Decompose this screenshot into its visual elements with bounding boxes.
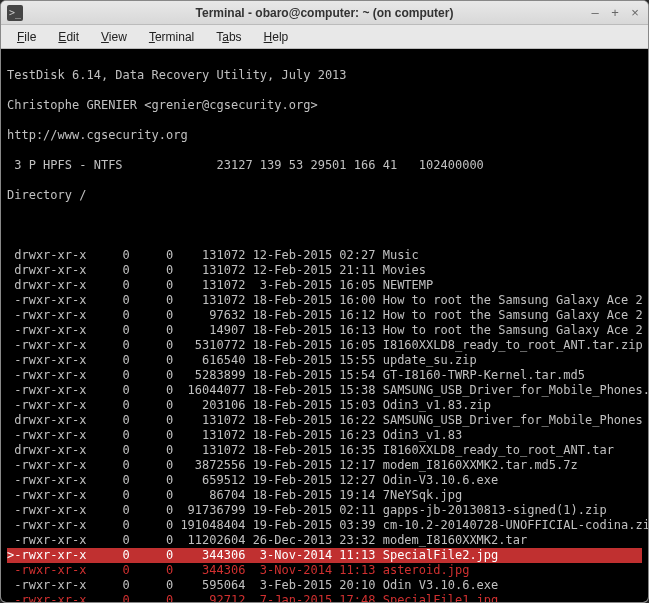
file-row[interactable]: -rwxr-xr-x 0 0 203106 18-Feb-2015 15:03 … bbox=[7, 398, 642, 413]
file-row[interactable]: -rwxr-xr-x 0 0 91736799 19-Feb-2015 02:1… bbox=[7, 503, 642, 518]
file-row[interactable]: -rwxr-xr-x 0 0 3872556 19-Feb-2015 12:17… bbox=[7, 458, 642, 473]
file-row[interactable]: -rwxr-xr-x 0 0 131072 18-Feb-2015 16:00 … bbox=[7, 293, 642, 308]
file-row[interactable]: -rwxr-xr-x 0 0 131072 18-Feb-2015 16:23 … bbox=[7, 428, 642, 443]
file-row[interactable]: -rwxr-xr-x 0 0 97632 18-Feb-2015 16:12 H… bbox=[7, 308, 642, 323]
window-controls: – + × bbox=[588, 6, 642, 20]
file-row[interactable]: -rwxr-xr-x 0 0 5310772 18-Feb-2015 16:05… bbox=[7, 338, 642, 353]
file-row[interactable]: -rwxr-xr-x 0 0 5283899 18-Feb-2015 15:54… bbox=[7, 368, 642, 383]
file-row[interactable]: drwxr-xr-x 0 0 131072 12-Feb-2015 02:27 … bbox=[7, 248, 642, 263]
header-line: TestDisk 6.14, Data Recovery Utility, Ju… bbox=[7, 68, 642, 83]
file-row[interactable]: -rwxr-xr-x 0 0 616540 18-Feb-2015 15:55 … bbox=[7, 353, 642, 368]
close-button[interactable]: × bbox=[628, 6, 642, 20]
file-row[interactable]: -rwxr-xr-x 0 0 92712 7-Jan-2015 17:48 Sp… bbox=[7, 593, 642, 602]
blank-line bbox=[7, 218, 642, 233]
file-row[interactable]: drwxr-xr-x 0 0 131072 18-Feb-2015 16:35 … bbox=[7, 443, 642, 458]
file-row[interactable]: -rwxr-xr-x 0 0 86704 18-Feb-2015 19:14 7… bbox=[7, 488, 642, 503]
menu-help[interactable]: Help bbox=[254, 28, 299, 46]
titlebar[interactable]: >_ Terminal - obaro@computer: ~ (on comp… bbox=[1, 1, 648, 25]
menu-edit[interactable]: Edit bbox=[48, 28, 89, 46]
file-row[interactable]: -rwxr-xr-x 0 0 14907 18-Feb-2015 16:13 H… bbox=[7, 323, 642, 338]
minimize-button[interactable]: – bbox=[588, 6, 602, 20]
file-row[interactable]: -rwxr-xr-x 0 0 659512 19-Feb-2015 12:27 … bbox=[7, 473, 642, 488]
file-row[interactable]: -rwxr-xr-x 0 0 595064 3-Feb-2015 20:10 O… bbox=[7, 578, 642, 593]
file-row[interactable]: drwxr-xr-x 0 0 131072 3-Feb-2015 16:05 N… bbox=[7, 278, 642, 293]
file-list: drwxr-xr-x 0 0 131072 12-Feb-2015 02:27 … bbox=[7, 248, 642, 602]
terminal-output[interactable]: TestDisk 6.14, Data Recovery Utility, Ju… bbox=[1, 49, 648, 602]
file-row[interactable]: -rwxr-xr-x 0 0 11202604 26-Dec-2013 23:3… bbox=[7, 533, 642, 548]
file-row[interactable]: drwxr-xr-x 0 0 131072 12-Feb-2015 21:11 … bbox=[7, 263, 642, 278]
directory-line: Directory / bbox=[7, 188, 642, 203]
app-window: >_ Terminal - obaro@computer: ~ (on comp… bbox=[0, 0, 649, 603]
file-row[interactable]: -rwxr-xr-x 0 0 191048404 19-Feb-2015 03:… bbox=[7, 518, 642, 533]
maximize-button[interactable]: + bbox=[608, 6, 622, 20]
terminal-icon: >_ bbox=[7, 5, 23, 21]
menu-terminal[interactable]: Terminal bbox=[139, 28, 204, 46]
partition-line: 3 P HPFS - NTFS 23127 139 53 29501 166 4… bbox=[7, 158, 642, 173]
file-row[interactable]: drwxr-xr-x 0 0 131072 18-Feb-2015 16:22 … bbox=[7, 413, 642, 428]
menu-tabs[interactable]: Tabs bbox=[206, 28, 251, 46]
file-row[interactable]: -rwxr-xr-x 0 0 16044077 18-Feb-2015 15:3… bbox=[7, 383, 642, 398]
file-row[interactable]: >-rwxr-xr-x 0 0 344306 3-Nov-2014 11:13 … bbox=[7, 548, 642, 563]
menu-file[interactable]: File bbox=[7, 28, 46, 46]
window-title: Terminal - obaro@computer: ~ (on compute… bbox=[1, 6, 648, 20]
file-row[interactable]: -rwxr-xr-x 0 0 344306 3-Nov-2014 11:13 a… bbox=[7, 563, 642, 578]
header-line: Christophe GRENIER <grenier@cgsecurity.o… bbox=[7, 98, 642, 113]
menu-view[interactable]: View bbox=[91, 28, 137, 46]
menubar: FileEditViewTerminalTabsHelp bbox=[1, 25, 648, 49]
header-line: http://www.cgsecurity.org bbox=[7, 128, 642, 143]
